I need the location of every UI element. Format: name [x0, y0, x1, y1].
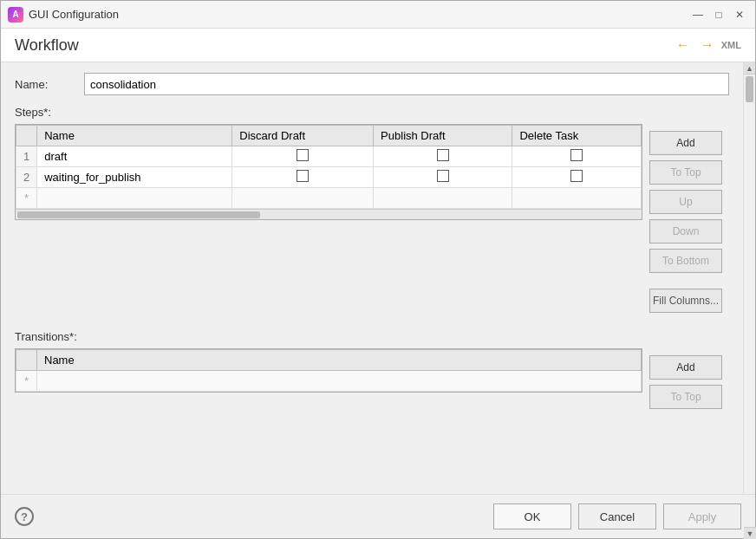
steps-up-button[interactable]: Up — [649, 190, 722, 214]
transitions-table: Name * — [16, 349, 642, 392]
vertical-scrollbar-track[interactable]: ▲ ▼ — [743, 62, 755, 494]
steps-side-panel: Add To Top Up Down To Bottom Fill Column… — [642, 124, 729, 320]
ok-button[interactable]: OK — [493, 503, 571, 529]
scrollbar-up-arrow[interactable]: ▲ — [744, 62, 755, 75]
publish-draft-cell[interactable] — [374, 167, 512, 188]
name-label: Name: — [15, 78, 84, 91]
footer-left: ? — [15, 507, 34, 526]
apply-button[interactable]: Apply — [663, 503, 741, 529]
new-row-delete — [512, 188, 642, 209]
col-discard: Discard Draft — [232, 126, 374, 146]
table-row[interactable]: 1 draft — [16, 146, 642, 167]
steps-table-container: Name Discard Draft Publish Draft Delete … — [15, 124, 642, 220]
steps-layout: Name Discard Draft Publish Draft Delete … — [15, 124, 729, 320]
step-name-cell: draft — [37, 146, 232, 167]
col-name: Name — [37, 126, 232, 146]
main-panel: Name: Steps*: — [1, 62, 743, 494]
minimize-button[interactable]: — — [689, 6, 707, 23]
help-button[interactable]: ? — [15, 507, 34, 526]
checkbox-discard-2[interactable] — [297, 170, 309, 182]
checkbox-delete-1[interactable] — [570, 149, 583, 161]
footer: ? OK Cancel Apply — [1, 494, 755, 538]
steps-add-button[interactable]: Add — [649, 131, 722, 155]
transitions-side-panel: Add To Top — [642, 348, 729, 416]
name-input[interactable] — [84, 73, 729, 95]
transitions-section: Transitions*: Name — [15, 330, 729, 416]
col-delete: Delete Task — [512, 126, 642, 146]
col-publish: Publish Draft — [374, 126, 512, 146]
steps-table-col: Name Discard Draft Publish Draft Delete … — [15, 124, 642, 320]
footer-buttons: OK Cancel Apply — [493, 503, 741, 529]
steps-section: Steps*: Name Discard Draft — [15, 106, 729, 320]
discard-draft-cell[interactable] — [232, 167, 374, 188]
maximize-button[interactable]: □ — [710, 6, 727, 23]
steps-to-bottom-button[interactable]: To Bottom — [649, 249, 722, 273]
row-number: 2 — [16, 167, 37, 188]
checkbox-publish-1[interactable] — [437, 149, 449, 161]
steps-table-wrapper[interactable]: Name Discard Draft Publish Draft Delete … — [16, 125, 642, 209]
trans-new-marker: * — [16, 371, 37, 392]
table-row[interactable]: 2 waiting_for_publish — [16, 167, 642, 188]
window-title: GUI Configuration — [29, 8, 689, 21]
checkbox-discard-1[interactable] — [297, 149, 309, 161]
new-row-name — [37, 188, 232, 209]
app-icon: A — [8, 7, 23, 23]
trans-col-num — [16, 350, 37, 371]
publish-draft-cell[interactable] — [374, 146, 512, 167]
page-title: Workflow — [15, 36, 79, 55]
close-button[interactable]: ✕ — [731, 6, 748, 23]
scrollbar-thumb-h[interactable] — [17, 211, 260, 218]
trans-new-name — [37, 371, 642, 392]
delete-task-cell[interactable] — [512, 167, 642, 188]
steps-header-row: Name Discard Draft Publish Draft Delete … — [16, 126, 642, 146]
title-bar: A GUI Configuration — □ ✕ — [1, 1, 755, 29]
checkbox-publish-2[interactable] — [437, 170, 449, 182]
transitions-layout: Name * — [15, 348, 729, 416]
transitions-to-top-button[interactable]: To Top — [649, 385, 722, 409]
checkbox-delete-2[interactable] — [570, 170, 583, 182]
new-row[interactable]: * — [16, 188, 642, 209]
new-row-discard — [232, 188, 374, 209]
forward-button[interactable]: → — [697, 36, 718, 55]
transitions-table-container: Name * — [15, 348, 642, 393]
cancel-button[interactable]: Cancel — [578, 503, 656, 529]
main-window: A GUI Configuration — □ ✕ Workflow ← → X… — [0, 0, 756, 539]
transitions-label: Transitions*: — [15, 330, 729, 343]
steps-down-button[interactable]: Down — [649, 219, 722, 244]
transitions-add-button[interactable]: Add — [649, 355, 722, 380]
name-field-row: Name: — [15, 73, 729, 95]
content-area: Name: Steps*: — [1, 62, 755, 494]
transitions-new-row[interactable]: * — [16, 371, 642, 392]
new-row-publish — [374, 188, 512, 209]
col-num — [16, 126, 37, 146]
steps-to-top-button[interactable]: To Top — [649, 160, 722, 185]
row-number: 1 — [16, 146, 37, 167]
steps-label: Steps*: — [15, 106, 729, 119]
trans-col-name: Name — [37, 350, 642, 371]
scrollbar-thumb[interactable] — [746, 76, 753, 102]
horizontal-scrollbar[interactable] — [16, 209, 642, 219]
steps-table: Name Discard Draft Publish Draft Delete … — [16, 125, 642, 209]
transitions-table-col: Name * — [15, 348, 642, 416]
window-controls: — □ ✕ — [689, 6, 748, 23]
header-actions: ← → XML — [673, 36, 741, 55]
new-row-marker: * — [16, 188, 37, 209]
xml-label: XML — [721, 40, 741, 50]
back-button[interactable]: ← — [673, 36, 694, 55]
page-header: Workflow ← → XML — [1, 29, 755, 62]
steps-fill-columns-button[interactable]: Fill Columns... — [649, 289, 722, 313]
discard-draft-cell[interactable] — [232, 146, 374, 167]
delete-task-cell[interactable] — [512, 146, 642, 167]
step-name-cell: waiting_for_publish — [37, 167, 232, 188]
transitions-header-row: Name — [16, 350, 642, 371]
